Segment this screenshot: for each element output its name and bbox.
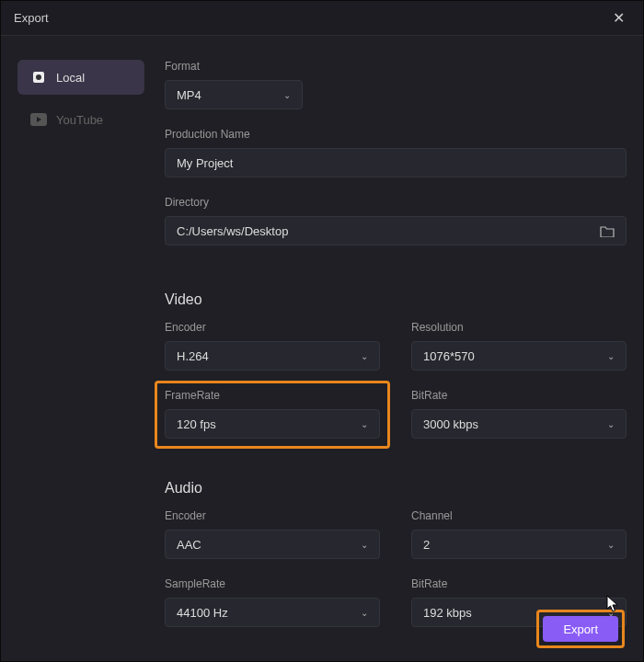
framerate-field: FrameRate 120 fps ⌄ — [165, 389, 380, 439]
directory-label: Directory — [165, 196, 627, 209]
video-bitrate-field: BitRate 3000 kbps ⌄ — [411, 389, 627, 441]
audio-encoder-label: Encoder — [165, 509, 380, 522]
video-bitrate-label: BitRate — [411, 389, 627, 402]
framerate-highlight: FrameRate 120 fps ⌄ — [155, 381, 390, 449]
resolution-select[interactable]: 1076*570 ⌄ — [411, 341, 627, 371]
video-encoder-field: Encoder H.264 ⌄ — [165, 321, 380, 371]
chevron-down-icon: ⌄ — [361, 608, 368, 618]
audio-row-1: Encoder AAC ⌄ Channel 2 ⌄ — [165, 509, 627, 577]
close-icon[interactable]: ✕ — [607, 6, 630, 30]
chevron-down-icon: ⌄ — [283, 90, 291, 100]
format-select[interactable]: MP4 ⌄ — [165, 80, 303, 109]
chevron-down-icon: ⌄ — [361, 351, 368, 361]
video-encoder-value: H.264 — [177, 349, 209, 363]
production-name-input[interactable]: My Project — [165, 148, 627, 177]
chevron-down-icon: ⌄ — [607, 540, 615, 550]
chevron-down-icon: ⌄ — [607, 419, 615, 429]
video-encoder-select[interactable]: H.264 ⌄ — [165, 341, 380, 371]
video-bitrate-select[interactable]: 3000 kbps ⌄ — [411, 409, 627, 439]
channel-field: Channel 2 ⌄ — [411, 509, 627, 559]
audio-encoder-value: AAC — [177, 538, 201, 552]
disk-icon — [30, 71, 47, 84]
production-name-field: Production Name My Project — [165, 128, 627, 177]
channel-label: Channel — [411, 509, 627, 522]
samplerate-value: 44100 Hz — [177, 606, 228, 620]
channel-value: 2 — [423, 538, 430, 552]
directory-field: Directory C:/Users/ws/Desktop — [165, 196, 627, 245]
production-name-label: Production Name — [165, 128, 627, 141]
footer: Export — [536, 610, 625, 648]
sidebar-item-label: Local — [56, 71, 85, 85]
sidebar: Local YouTube — [17, 60, 144, 645]
framerate-label: FrameRate — [165, 389, 380, 402]
export-button[interactable]: Export — [543, 616, 618, 642]
production-name-value: My Project — [177, 156, 233, 170]
folder-icon[interactable] — [600, 224, 615, 237]
audio-bitrate-value: 192 kbps — [423, 606, 472, 620]
video-row-2: FrameRate 120 fps ⌄ BitRate 3000 kbps ⌄ — [165, 389, 627, 460]
format-label: Format — [165, 60, 627, 73]
video-bitrate-value: 3000 kbps — [423, 417, 478, 431]
export-dialog: Export ✕ Local YouTube Format MP4 — [0, 0, 644, 662]
format-value: MP4 — [177, 88, 201, 102]
audio-section-title: Audio — [165, 480, 627, 496]
framerate-value: 120 fps — [177, 417, 216, 431]
channel-select[interactable]: 2 ⌄ — [411, 530, 627, 559]
resolution-value: 1076*570 — [423, 349, 475, 363]
audio-bitrate-label: BitRate — [411, 577, 627, 590]
sidebar-item-youtube[interactable]: YouTube — [17, 102, 144, 137]
window-title: Export — [14, 11, 49, 25]
video-encoder-label: Encoder — [165, 321, 380, 334]
sidebar-item-local[interactable]: Local — [17, 60, 144, 95]
directory-input[interactable]: C:/Users/ws/Desktop — [165, 216, 627, 245]
samplerate-field: SampleRate 44100 Hz ⌄ — [165, 577, 380, 627]
chevron-down-icon: ⌄ — [361, 419, 368, 429]
chevron-down-icon: ⌄ — [361, 540, 368, 550]
export-button-highlight: Export — [536, 610, 625, 648]
samplerate-select[interactable]: 44100 Hz ⌄ — [165, 598, 380, 627]
video-section-title: Video — [165, 291, 627, 308]
youtube-icon — [30, 113, 47, 126]
sidebar-item-label: YouTube — [56, 113, 103, 127]
audio-encoder-select[interactable]: AAC ⌄ — [165, 530, 380, 559]
directory-value: C:/Users/ws/Desktop — [177, 224, 288, 238]
samplerate-label: SampleRate — [165, 577, 380, 590]
main-panel: Format MP4 ⌄ Production Name My Project … — [144, 60, 627, 645]
resolution-label: Resolution — [411, 321, 627, 334]
content: Local YouTube Format MP4 ⌄ Production Na… — [1, 36, 643, 661]
audio-encoder-field: Encoder AAC ⌄ — [165, 509, 380, 559]
video-row-1: Encoder H.264 ⌄ Resolution 1076*570 ⌄ — [165, 321, 627, 389]
titlebar: Export ✕ — [1, 1, 643, 36]
format-field: Format MP4 ⌄ — [165, 60, 627, 109]
svg-point-1 — [36, 74, 41, 80]
chevron-down-icon: ⌄ — [607, 351, 615, 361]
framerate-col: FrameRate 120 fps ⌄ — [165, 389, 380, 460]
framerate-select[interactable]: 120 fps ⌄ — [165, 409, 380, 439]
resolution-field: Resolution 1076*570 ⌄ — [411, 321, 627, 371]
